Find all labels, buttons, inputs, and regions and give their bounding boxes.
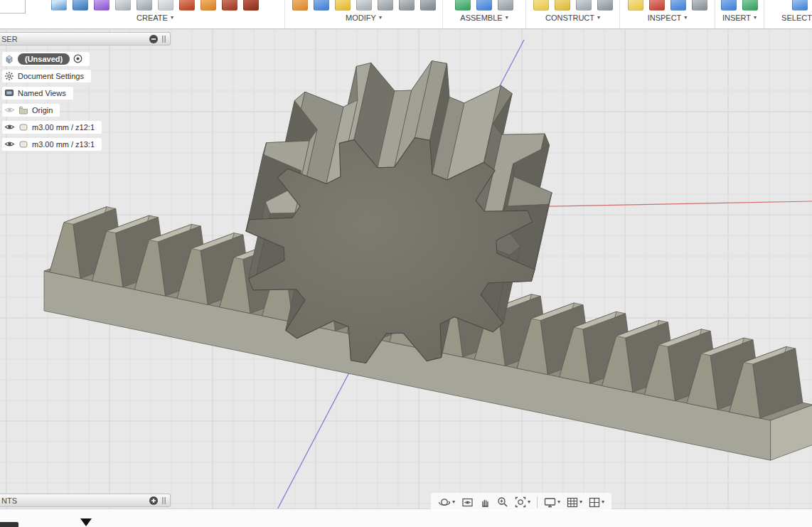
chevron-down-icon: ▾ xyxy=(379,15,382,21)
expand-comments-icon[interactable] xyxy=(149,496,159,506)
center-of-mass-icon[interactable] xyxy=(692,0,707,11)
chevron-down-icon[interactable]: ▾ xyxy=(528,499,530,505)
browser-item-0[interactable]: (Unsaved) xyxy=(0,50,102,67)
comments-grip-icon[interactable] xyxy=(161,496,167,506)
visibility-icon[interactable] xyxy=(4,122,15,132)
measure-icon[interactable] xyxy=(628,0,643,11)
toolbar-menu-label: ASSEMBLE xyxy=(460,14,502,22)
toolbar-menu-label: INSERT xyxy=(722,14,751,22)
browser-panel-header[interactable]: SER xyxy=(0,32,171,46)
visibility-icon[interactable] xyxy=(4,139,15,149)
browser-item-label: (Unsaved) xyxy=(25,55,63,63)
sphere-icon[interactable] xyxy=(158,0,173,11)
coil-icon[interactable] xyxy=(201,0,216,11)
comments-panel-header[interactable]: NTS xyxy=(0,494,171,507)
top-toolbar: CREATE▾MODIFY▾ASSEMBLE▾CONSTRUCT▾INSPECT… xyxy=(0,0,812,29)
viewports-icon xyxy=(589,497,600,508)
toolbar-menu-select[interactable]: SELECT▾ xyxy=(781,14,812,22)
combine-icon[interactable] xyxy=(378,0,393,11)
body-icon xyxy=(18,139,28,149)
toolbar-menu-modify[interactable]: MODIFY▾ xyxy=(346,14,382,22)
browser-grip-icon[interactable] xyxy=(161,34,167,44)
midplane-icon[interactable] xyxy=(555,0,570,11)
radio-icon[interactable] xyxy=(73,54,82,63)
toolbar-menu-label: INSPECT xyxy=(648,14,682,22)
chevron-down-icon[interactable]: ▾ xyxy=(557,499,560,505)
axis-icon[interactable] xyxy=(576,0,592,11)
point-icon[interactable] xyxy=(597,0,613,11)
orbit-button[interactable]: ▾ xyxy=(438,496,455,508)
select-icon[interactable] xyxy=(792,0,808,11)
fit-icon xyxy=(515,496,526,508)
form-icon[interactable] xyxy=(94,0,109,11)
insert-derive-icon[interactable] xyxy=(721,0,737,11)
browser-item-2[interactable]: Named Views xyxy=(0,85,102,101)
collapse-browser-icon[interactable] xyxy=(149,34,159,44)
chevron-down-icon[interactable]: ▾ xyxy=(602,499,604,505)
browser-item-3[interactable]: Origin xyxy=(0,102,102,118)
toolbar-groups: CREATE▾MODIFY▾ASSEMBLE▾CONSTRUCT▾INSPECT… xyxy=(26,0,812,28)
browser-item-label: Origin xyxy=(32,106,53,115)
chevron-down-icon[interactable]: ▾ xyxy=(452,499,455,505)
toolbar-menu-assemble[interactable]: ASSEMBLE▾ xyxy=(460,14,508,22)
thread-icon[interactable] xyxy=(243,0,259,11)
toolbar-menu-insert[interactable]: INSERT▾ xyxy=(722,14,757,22)
toolbar-menu-inspect[interactable]: INSPECT▾ xyxy=(648,14,688,22)
grid-settings-button[interactable]: ▾ xyxy=(567,497,582,508)
browser-item-4[interactable]: m3.00 mm / z12:1 xyxy=(0,119,102,135)
chevron-down-icon: ▾ xyxy=(754,15,757,21)
toolbar-group-select: SELECT▾ xyxy=(764,0,812,28)
browser-item-1[interactable]: Document Settings xyxy=(0,68,102,84)
pan-button[interactable] xyxy=(480,497,491,508)
visibility-off-icon[interactable] xyxy=(4,105,15,115)
interference-icon[interactable] xyxy=(649,0,665,11)
toolbar-group-inspect: INSPECT▾ xyxy=(620,0,715,28)
component-icon xyxy=(4,54,14,64)
section-analysis-icon[interactable] xyxy=(671,0,686,11)
timeline-strip[interactable] xyxy=(0,509,812,527)
timeline-controls-stub[interactable] xyxy=(0,522,18,527)
clipped-tab xyxy=(0,0,26,14)
offset-face-icon[interactable] xyxy=(292,0,308,11)
toolbar-menu-create[interactable]: CREATE▾ xyxy=(137,14,173,22)
screw-icon[interactable] xyxy=(222,0,237,11)
cylinder-icon[interactable] xyxy=(137,0,152,11)
press-pull-icon[interactable] xyxy=(314,0,329,11)
viewports-button[interactable]: ▾ xyxy=(589,497,604,508)
chevron-down-icon: ▾ xyxy=(597,15,600,21)
toolbar-menu-label: SELECT xyxy=(781,14,812,22)
chevron-down-icon[interactable]: ▾ xyxy=(579,499,582,505)
box-icon[interactable] xyxy=(115,0,131,11)
fit-button[interactable]: ▾ xyxy=(515,496,530,508)
fillet-icon[interactable] xyxy=(335,0,351,11)
change-parameter-icon[interactable] xyxy=(420,0,436,11)
shell-icon[interactable] xyxy=(356,0,372,11)
rigid-group-icon[interactable] xyxy=(498,0,513,11)
sketch-icon[interactable] xyxy=(51,0,67,11)
offset-plane-icon[interactable] xyxy=(533,0,549,11)
toolbar-group-assemble: ASSEMBLE▾ xyxy=(443,0,526,28)
joint-icon[interactable] xyxy=(476,0,492,11)
browser-item-chip: Named Views xyxy=(2,87,73,100)
timeline-playhead-icon[interactable] xyxy=(80,518,92,526)
display-settings-button[interactable]: ▾ xyxy=(544,497,560,508)
torus-icon[interactable] xyxy=(179,0,195,11)
new-component-icon[interactable] xyxy=(455,0,471,11)
browser-panel-title: SER xyxy=(1,35,149,43)
chevron-down-icon: ▾ xyxy=(684,15,687,21)
toolbar-menu-construct[interactable]: CONSTRUCT▾ xyxy=(545,14,600,22)
zoom-button[interactable] xyxy=(497,496,508,508)
split-body-icon[interactable] xyxy=(399,0,415,11)
settings-icon xyxy=(4,71,14,81)
toolbar-group-modify: MODIFY▾ xyxy=(285,0,443,28)
comments-panel-title: NTS xyxy=(1,496,149,505)
toolbar-group-create: CREATE▾ xyxy=(26,0,285,28)
browser-item-5[interactable]: m3.00 mm / z13:1 xyxy=(0,136,102,152)
viewport-canvas[interactable] xyxy=(0,0,812,527)
display-settings-icon xyxy=(544,497,556,508)
look-at-button[interactable] xyxy=(461,497,474,508)
insert-mesh-icon[interactable] xyxy=(742,0,758,11)
browser-item-chip: (Unsaved) xyxy=(2,52,90,66)
surface-icon[interactable] xyxy=(73,0,88,11)
view-navigation-bar: ▾▾▾▾▾ xyxy=(431,493,611,511)
